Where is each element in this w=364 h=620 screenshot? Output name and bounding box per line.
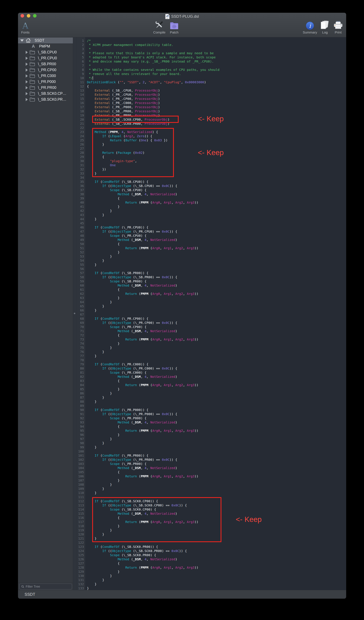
code-line-87[interactable]: }	[85, 395, 346, 400]
code-line-57[interactable]: If (CondRefOf (\_SB.PR00)) {	[85, 271, 346, 275]
code-line-84[interactable]: Return (PMPM (Arg0, Arg1, Arg2, Arg3))	[85, 383, 346, 387]
code-line-38[interactable]: Method (_DSM, 4, NotSerialized)	[85, 192, 346, 196]
code-line-28[interactable]: Return (Package (0x02)	[85, 151, 346, 155]
sidebar-item-ssdt[interactable]: SSDT	[18, 37, 73, 43]
code-line-100[interactable]	[85, 449, 346, 453]
toolbar-button-fonts[interactable]: A Fonts	[18, 19, 37, 34]
code-line-109[interactable]: }	[85, 487, 346, 491]
code-line-7[interactable]: *	[85, 63, 346, 68]
code-line-90[interactable]: If (CondRefOf (\_PR.P000)) {	[85, 408, 346, 412]
code-line-85[interactable]: }	[85, 387, 346, 391]
code-line-63[interactable]: }	[85, 296, 346, 300]
code-line-79[interactable]: If (CondRefOf (\_PR.C000)) {	[85, 362, 346, 366]
code-line-111[interactable]	[85, 495, 346, 499]
disclosure-right-icon[interactable]	[26, 80, 28, 83]
code-line-97[interactable]: }	[85, 437, 346, 441]
code-line-44[interactable]: }	[85, 217, 346, 221]
code-line-107[interactable]: }	[85, 478, 346, 482]
code-line-124[interactable]: If ((ObjectType (\_SB.SCK0.PR00) == 0x0C…	[85, 549, 346, 553]
code-line-54[interactable]: }	[85, 259, 346, 263]
code-line-77[interactable]: }	[85, 354, 346, 358]
code-line-33[interactable]: }	[85, 171, 346, 175]
code-line-72[interactable]: {	[85, 333, 346, 337]
code-line-3[interactable]: *	[85, 47, 346, 51]
code-line-67[interactable]	[85, 312, 346, 317]
sidebar-item-sbsck0pr[interactable]: \_SB.SCK0.PR…	[18, 96, 73, 102]
code-line-45[interactable]	[85, 221, 346, 225]
code-line-12[interactable]: {	[85, 84, 346, 88]
code-line-71[interactable]: Method (_DSM, 4, NotSerialized)	[85, 329, 346, 333]
code-line-49[interactable]: Method (_DSM, 4, NotSerialized)	[85, 238, 346, 242]
code-line-68[interactable]: If (CondRefOf (\_PR.CP00)) {	[85, 317, 346, 321]
code-line-113[interactable]: If ((ObjectType (\_SB.SCK0.CP00) == 0x0C…	[85, 503, 346, 507]
code-line-40[interactable]: Return (PMPM (Arg0, Arg1, Arg2, Arg3))	[85, 200, 346, 204]
code-line-98[interactable]: }	[85, 441, 346, 445]
code-line-59[interactable]: Scope (\_SB.PR00) {	[85, 279, 346, 283]
code-line-23[interactable]: Method (PMPM, 4, NotSerialized) {	[85, 130, 346, 134]
disclosure-right-icon[interactable]	[26, 57, 28, 60]
code-line-83[interactable]: {	[85, 379, 346, 383]
code-line-82[interactable]: Method (_DSM, 4, NotSerialized)	[85, 375, 346, 379]
code-line-80[interactable]: If ((ObjectType (\_PR.C000) == 0x0C)) {	[85, 366, 346, 371]
code-line-120[interactable]: }	[85, 532, 346, 536]
disclosure-right-icon[interactable]	[26, 92, 28, 95]
code-line-52[interactable]: }	[85, 250, 346, 254]
code-line-34[interactable]	[85, 175, 346, 180]
code-line-92[interactable]: Scope (\_PR.P000) {	[85, 416, 346, 420]
code-line-115[interactable]: Method (_DSM, 4, NotSerialized)	[85, 512, 346, 516]
code-line-42[interactable]: }	[85, 209, 346, 213]
code-line-39[interactable]: {	[85, 196, 346, 200]
sidebar-item-sbpr00[interactable]: \_SB.PR00	[18, 61, 73, 67]
code-line-11[interactable]: DefinitionBlock ("", "SSDT", 2, "ACDT", …	[85, 80, 346, 84]
code-line-103[interactable]: Scope (\_PR.PR00) {	[85, 462, 346, 466]
code-line-30[interactable]: "plugin-type",	[85, 159, 346, 163]
code-line-6[interactable]: * and device name may vary (e.g. _SB_.PR…	[85, 59, 346, 63]
code-line-61[interactable]: {	[85, 288, 346, 292]
code-line-24[interactable]: If (LEqual (Arg2, Zero)) {	[85, 134, 346, 138]
code-line-117[interactable]: Return (PMPM (Arg0, Arg1, Arg2, Arg3))	[85, 520, 346, 524]
code-line-15[interactable]: External (_PR_.CP00, ProcessorObj)	[85, 97, 346, 101]
code-line-32[interactable]: })	[85, 167, 346, 171]
sidebar-item-prpr00[interactable]: \_PR.PR00	[18, 85, 73, 91]
code-line-46[interactable]: If (CondRefOf (\_PR.CPU0)) {	[85, 225, 346, 230]
code-line-110[interactable]: }	[85, 491, 346, 495]
disclosure-right-icon[interactable]	[26, 74, 28, 78]
code-line-56[interactable]	[85, 267, 346, 271]
sidebar-item-sbsck0cp[interactable]: \_SB.SCK0.CP…	[18, 91, 73, 96]
sidebar-item-prc000[interactable]: \_PR.C000	[18, 73, 73, 79]
code-editor[interactable]: /* * XCPM power management compatibility…	[85, 37, 346, 590]
disclosure-right-icon[interactable]	[26, 51, 28, 54]
code-line-2[interactable]: * XCPM power management compatibility ta…	[85, 43, 346, 47]
code-line-74[interactable]: }	[85, 341, 346, 346]
code-line-132[interactable]: }	[85, 582, 346, 586]
code-line-65[interactable]: }	[85, 304, 346, 308]
code-line-53[interactable]: }	[85, 254, 346, 259]
code-line-36[interactable]: If ((ObjectType (\_SB.CPU0) == 0x0C)) {	[85, 184, 346, 188]
code-line-58[interactable]: If ((ObjectType (\_SB.PR00) == 0x0C)) {	[85, 275, 346, 279]
code-line-21[interactable]: External (_SB_.SCK0.PR00, ProcessorObj)	[85, 122, 346, 126]
code-line-27[interactable]	[85, 146, 346, 151]
sidebar-item-prcpu0[interactable]: \_PR.CPU0	[18, 55, 73, 61]
code-line-112[interactable]: If (CondRefOf (\_SB.SCK0.CP00)) {	[85, 499, 346, 503]
sidebar-item-prp000[interactable]: \_PR.P000	[18, 79, 73, 85]
code-line-70[interactable]: Scope (\_PR.CP00) {	[85, 325, 346, 329]
code-line-118[interactable]: }	[85, 524, 346, 528]
code-line-127[interactable]: {	[85, 561, 346, 565]
sidebar-item-prcp00[interactable]: \_PR.CP00	[18, 67, 73, 73]
code-line-78[interactable]	[85, 358, 346, 362]
code-line-48[interactable]: Scope (\_PR.CPU0) {	[85, 233, 346, 238]
disclosure-down-icon[interactable]	[20, 39, 24, 42]
code-line-101[interactable]: If (CondRefOf (\_PR.PR00)) {	[85, 453, 346, 458]
code-line-47[interactable]: If ((ObjectType (\_PR.CPU0) == 0x0C)) {	[85, 230, 346, 233]
code-line-104[interactable]: Method (_DSM, 4, NotSerialized)	[85, 466, 346, 470]
sidebar-item-pmpm[interactable]: APMPM	[18, 43, 73, 49]
code-line-96[interactable]: }	[85, 433, 346, 437]
code-line-126[interactable]: Method (_DSM, 4, NotSerialized)	[85, 557, 346, 561]
code-line-133[interactable]: }	[85, 586, 346, 590]
code-line-10[interactable]: */	[85, 76, 346, 80]
code-line-94[interactable]: {	[85, 424, 346, 429]
code-line-35[interactable]: If (CondRefOf (\_SB.CPU0)) {	[85, 180, 346, 184]
code-line-121[interactable]: }	[85, 536, 346, 541]
code-line-89[interactable]	[85, 404, 346, 408]
code-line-108[interactable]: }	[85, 482, 346, 487]
